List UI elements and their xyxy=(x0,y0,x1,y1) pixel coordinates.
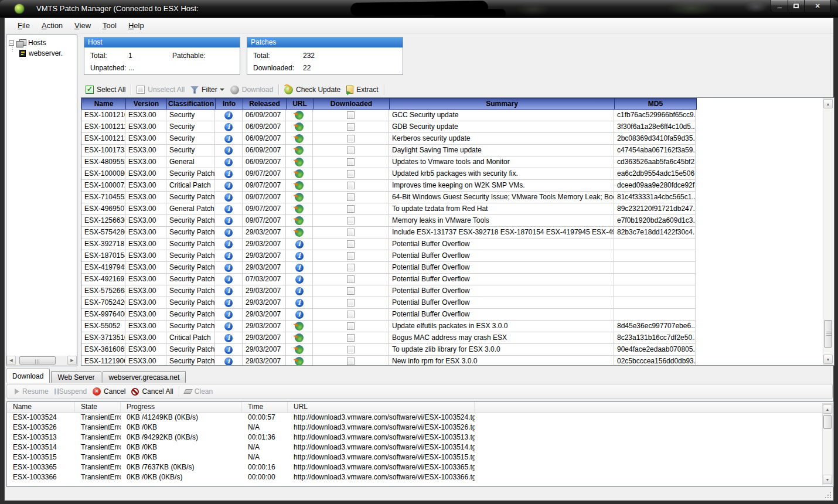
column-header[interactable] xyxy=(475,402,833,412)
patch-row[interactable]: ESX-3713510 ESX3.00 Critical Patch i 29/… xyxy=(81,332,696,344)
downloaded-checkbox[interactable] xyxy=(347,322,355,330)
patch-row[interactable]: ESX-4809553 ESX3.00 General i 06/09/2007… xyxy=(81,156,696,168)
patch-row[interactable]: ESX-3616065 ESX3.00 Security Patch i 29/… xyxy=(81,344,696,356)
downloaded-checkbox[interactable] xyxy=(347,158,355,166)
downloaded-checkbox[interactable] xyxy=(347,170,355,178)
url-globe-icon[interactable] xyxy=(295,181,304,190)
download-table-vertical-scrollbar[interactable]: ▲ ▼ xyxy=(822,403,833,485)
url-globe-icon[interactable] xyxy=(295,122,304,131)
column-header[interactable]: Summary xyxy=(390,98,615,109)
column-header[interactable]: MD5 xyxy=(615,98,696,109)
suspend-button[interactable]: Suspend xyxy=(52,386,90,397)
scroll-thumb[interactable] xyxy=(823,415,832,429)
cancel-button[interactable]: ✕ Cancel xyxy=(90,386,128,397)
column-header[interactable]: Name xyxy=(82,98,126,109)
downloaded-checkbox[interactable] xyxy=(347,287,355,295)
downloaded-checkbox[interactable] xyxy=(347,299,355,307)
patch-row[interactable]: ESX-1001210 ESX3.00 Security i 06/09/200… xyxy=(81,110,696,121)
info-icon[interactable]: i xyxy=(224,240,233,248)
scroll-thumb[interactable] xyxy=(824,320,832,348)
patch-row[interactable]: ESX-4921691 ESX3.00 Security Patch i 07/… xyxy=(81,274,696,285)
column-header[interactable]: URL xyxy=(288,402,475,412)
patch-row[interactable]: ESX-5754280 ESX3.00 Security Patch i 29/… xyxy=(81,227,696,239)
patch-row[interactable]: ESX-7052426 ESX3.00 Security Patch i 29/… xyxy=(81,297,696,309)
info-icon[interactable]: i xyxy=(224,275,233,284)
download-row[interactable]: ESX-1003526 TransientError 0KB /0KB N/A … xyxy=(7,423,833,433)
patch-row[interactable]: ESX-9976400 ESX3.00 Security Patch i 29/… xyxy=(81,309,696,321)
patch-row[interactable]: ESX-1000072 ESX3.00 Critical Patch i 09/… xyxy=(81,180,696,192)
tab-web-server[interactable]: Web Server xyxy=(51,371,101,383)
menu-item[interactable]: Help xyxy=(122,19,150,32)
info-icon[interactable]: i xyxy=(224,334,233,342)
info-icon[interactable]: i xyxy=(224,147,233,155)
resume-button[interactable]: Resume xyxy=(12,386,52,397)
minimize-button[interactable] xyxy=(771,0,788,12)
info-icon[interactable]: i xyxy=(224,217,233,225)
downloaded-checkbox[interactable] xyxy=(347,217,355,224)
column-header[interactable]: Time xyxy=(242,402,288,412)
downloaded-checkbox[interactable] xyxy=(347,111,355,119)
info-icon[interactable]: i xyxy=(224,252,233,260)
info-icon[interactable]: i xyxy=(224,205,233,213)
menu-item[interactable]: File xyxy=(12,19,36,32)
column-header[interactable]: Downloaded xyxy=(314,98,390,109)
check-update-button[interactable]: Check Update xyxy=(281,84,343,96)
downloaded-checkbox[interactable] xyxy=(347,346,355,353)
url-info-icon[interactable]: i xyxy=(295,252,304,260)
downloaded-checkbox[interactable] xyxy=(347,193,355,201)
tab-webserver-grecasa-net[interactable]: webserver.grecasa.net xyxy=(103,371,186,383)
info-icon[interactable]: i xyxy=(224,287,233,295)
patch-row[interactable]: ESX-1000080 ESX3.00 Security Patch i 09/… xyxy=(81,168,696,180)
download-row[interactable]: ESX-1003515 TransientError 0KB /0KB N/A … xyxy=(7,452,833,462)
url-globe-icon[interactable] xyxy=(295,158,304,166)
downloaded-checkbox[interactable] xyxy=(347,182,355,189)
scroll-right-button[interactable]: ▶ xyxy=(67,356,77,365)
unselect-all-button[interactable]: Unselect All xyxy=(134,84,188,95)
downloaded-checkbox[interactable] xyxy=(347,240,355,248)
url-globe-icon[interactable] xyxy=(295,322,304,331)
scroll-thumb[interactable] xyxy=(19,356,56,365)
info-icon[interactable]: i xyxy=(224,229,233,237)
tree-node-webserver[interactable]: webserver. xyxy=(19,49,77,57)
info-icon[interactable]: i xyxy=(224,346,233,354)
downloaded-checkbox[interactable] xyxy=(347,311,355,318)
url-globe-icon[interactable] xyxy=(295,357,304,366)
menu-item[interactable]: Tool xyxy=(97,19,122,32)
downloaded-checkbox[interactable] xyxy=(347,264,355,271)
download-row[interactable]: ESX-1003365 TransientError 0KB /7637KB (… xyxy=(7,462,833,472)
patch-row[interactable]: ESX-1001211 ESX3.00 Security i 06/09/200… xyxy=(81,121,696,133)
downloaded-checkbox[interactable] xyxy=(347,357,355,365)
patch-row[interactable]: ESX-1256636 ESX3.00 Security Patch i 09/… xyxy=(81,215,696,227)
url-globe-icon[interactable] xyxy=(295,205,304,213)
scroll-left-button[interactable]: ◀ xyxy=(6,356,16,365)
patch-row[interactable]: ESX-1001212 ESX3.00 Security i 06/09/200… xyxy=(81,133,696,145)
column-header[interactable]: Version xyxy=(126,98,167,109)
url-globe-icon[interactable] xyxy=(295,111,304,120)
patch-row[interactable]: ESX-1870154 ESX3.00 Security Patch i 29/… xyxy=(81,250,696,262)
info-icon[interactable]: i xyxy=(224,357,233,366)
filter-button[interactable]: Filter xyxy=(188,84,227,95)
tab-download[interactable]: Download xyxy=(6,369,50,383)
downloaded-checkbox[interactable] xyxy=(347,135,355,142)
tree-node-hosts[interactable]: Hosts xyxy=(9,39,77,47)
downloaded-checkbox[interactable] xyxy=(347,205,355,213)
info-icon[interactable]: i xyxy=(224,311,233,319)
column-header[interactable]: URL xyxy=(287,98,314,109)
url-globe-icon[interactable] xyxy=(295,345,304,354)
url-info-icon[interactable]: i xyxy=(295,287,304,295)
downloaded-checkbox[interactable] xyxy=(347,147,355,154)
url-info-icon[interactable]: i xyxy=(295,275,304,284)
download-row[interactable]: ESX-1003366 TransientError 0KB /0KB (0KB… xyxy=(7,472,833,482)
url-globe-icon[interactable] xyxy=(295,216,304,225)
info-icon[interactable]: i xyxy=(224,111,233,120)
patch-table-vertical-scrollbar[interactable]: ▲ ▼ xyxy=(823,98,833,365)
info-icon[interactable]: i xyxy=(224,182,233,190)
patch-row[interactable]: ESX-1121906 ESX3.00 Security Patch i 29/… xyxy=(81,356,696,366)
scroll-up-button[interactable]: ▲ xyxy=(823,99,833,108)
column-header[interactable]: State xyxy=(75,402,121,412)
downloaded-checkbox[interactable] xyxy=(347,252,355,260)
scroll-up-button[interactable]: ▲ xyxy=(823,404,832,414)
menu-item[interactable]: Action xyxy=(36,19,69,32)
url-info-icon[interactable]: i xyxy=(295,299,304,307)
patch-row[interactable]: ESX-7104553 ESX3.00 Security Patch i 09/… xyxy=(81,192,696,203)
